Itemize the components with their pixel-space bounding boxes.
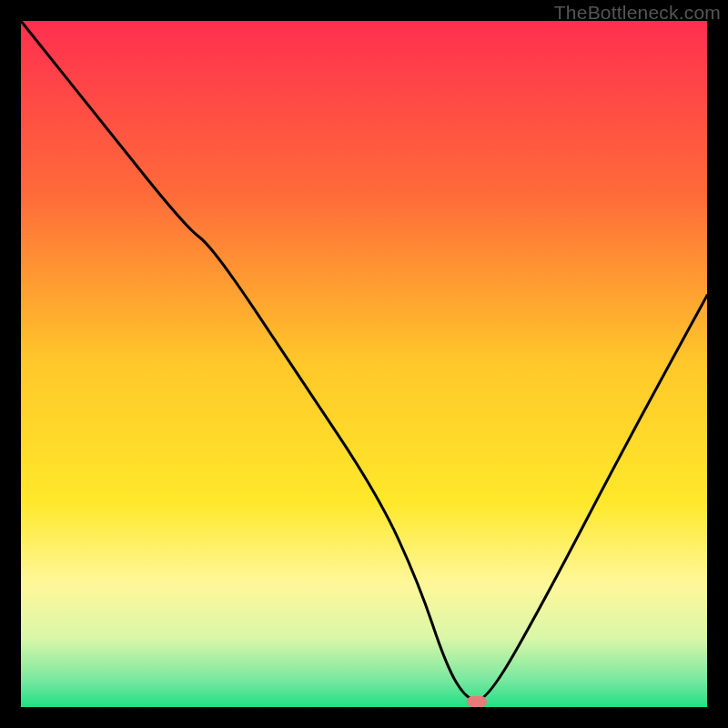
plot-area [21, 21, 707, 707]
gradient-background [21, 21, 707, 707]
watermark-text: TheBottleneck.com [554, 2, 721, 24]
chart-frame: TheBottleneck.com [0, 0, 728, 728]
optimal-point-marker [467, 696, 487, 707]
plot-svg [21, 21, 707, 707]
